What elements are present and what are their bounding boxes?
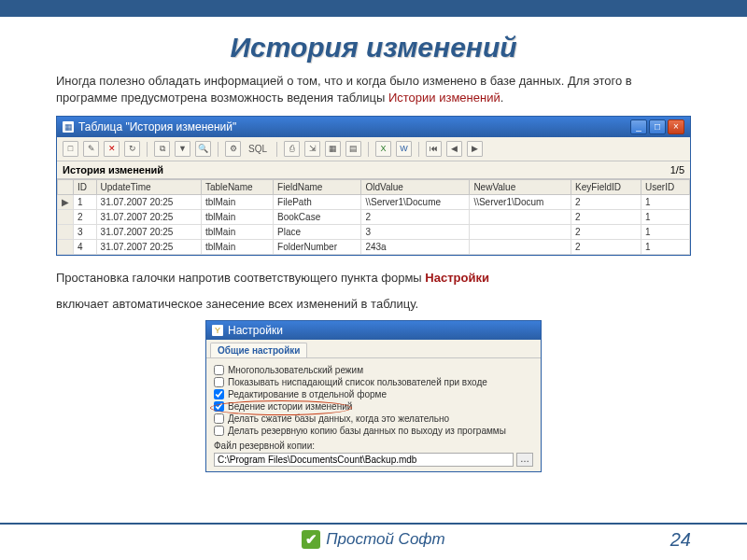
settings-titlebar[interactable]: Y Настройки <box>206 321 541 340</box>
close-button[interactable]: × <box>668 119 684 134</box>
col-header[interactable]: TableName <box>201 180 273 195</box>
first-icon[interactable]: ⏮ <box>426 141 442 157</box>
option-label: Показывать ниспадающий список пользовате… <box>228 377 487 387</box>
settings-title: Настройки <box>228 324 283 337</box>
option-checkbox[interactable] <box>214 426 224 436</box>
col-header[interactable]: UpdateTime <box>96 180 201 195</box>
intro-text-b: . <box>500 91 504 105</box>
para2-highlight: Настройки <box>425 271 489 285</box>
settings-option: Редактирование в отдельной форме <box>214 389 533 399</box>
option-label: Ведение истории изменений <box>228 401 352 412</box>
option-checkbox[interactable] <box>214 365 224 375</box>
section-header: История изменений 1/5 <box>57 161 690 179</box>
option-label: Делать резервную копию базы данных по вы… <box>228 426 506 436</box>
option-label: Делать сжатие базы данных, когда это жел… <box>228 413 449 424</box>
filter-icon[interactable]: ▼ <box>175 141 190 157</box>
settings-option: Делать резервную копию базы данных по вы… <box>214 426 533 436</box>
edit-icon[interactable]: ✎ <box>83 141 99 157</box>
excel-icon[interactable]: X <box>375 141 391 157</box>
paragraph-2: Простановка галочки напротив соответству… <box>56 269 691 287</box>
settings-option: Многопользовательский режим <box>214 365 533 375</box>
paragraph-3: включает автоматическое занесение всех и… <box>56 295 691 314</box>
prev-icon[interactable]: ◀ <box>446 141 462 157</box>
option-checkbox[interactable] <box>214 413 224 424</box>
table-row[interactable]: 331.07.2007 20:25tblMainPlace321 <box>58 225 690 240</box>
intro-text-a: Иногда полезно обладать информацией о то… <box>56 74 632 105</box>
sql-label[interactable]: SQL <box>246 144 270 154</box>
option-checkbox[interactable] <box>214 377 224 387</box>
browse-button[interactable]: … <box>516 453 533 467</box>
settings-window: Y Настройки Общие настройки Многопользов… <box>205 320 542 472</box>
para2-text: Простановка галочки напротив соответству… <box>56 271 425 285</box>
copy-icon[interactable]: ⧉ <box>154 141 170 157</box>
history-window: ▦ Таблица "История изменений" _ □ × □ ✎ … <box>56 116 691 256</box>
col-header[interactable]: UserID <box>641 180 690 195</box>
settings-option: Показывать ниспадающий список пользовате… <box>214 377 533 387</box>
refresh-icon[interactable]: ↻ <box>124 141 140 157</box>
gear-icon[interactable]: ⚙ <box>225 141 241 157</box>
option-checkbox[interactable] <box>214 401 224 412</box>
form-icon[interactable]: ▦ <box>325 141 341 157</box>
slide-content: История изменений Иногда полезно обладат… <box>0 17 747 472</box>
col-header[interactable]: OldValue <box>361 180 470 195</box>
check-icon: ✔ <box>302 530 320 549</box>
search-icon[interactable]: 🔍 <box>195 141 211 157</box>
col-header[interactable]: ID <box>74 180 97 195</box>
delete-icon[interactable]: ✕ <box>104 141 120 157</box>
col-header[interactable]: FieldName <box>274 180 361 195</box>
new-icon[interactable]: □ <box>63 141 78 157</box>
export-icon[interactable]: ⇲ <box>304 141 320 157</box>
word-icon[interactable]: W <box>396 141 412 157</box>
settings-tabbar: Общие настройки <box>206 340 541 358</box>
next-icon[interactable]: ▶ <box>467 141 483 157</box>
col-header[interactable]: KeyFieldID <box>571 180 641 195</box>
print-icon[interactable]: ⎙ <box>284 141 300 157</box>
brand-name: Простой Софт <box>326 530 444 549</box>
slide-footer: ✔ Простой Софт 24 <box>0 523 747 549</box>
intro-highlight: Истории изменений <box>388 91 500 105</box>
slide-top-bar <box>0 0 747 17</box>
option-label: Многопользовательский режим <box>228 365 363 375</box>
backup-file-label: Файл резервной копии: <box>214 441 533 451</box>
titlebar[interactable]: ▦ Таблица "История изменений" _ □ × <box>57 117 690 137</box>
table-row[interactable]: ▶131.07.2007 20:25tblMainFilePath\\Serve… <box>58 195 690 210</box>
history-table[interactable]: IDUpdateTimeTableNameFieldNameOldValueNe… <box>57 179 690 255</box>
page-number: 24 <box>670 529 691 551</box>
table-row[interactable]: 431.07.2007 20:25tblMainFolderNumber243а… <box>58 240 690 255</box>
chart-icon[interactable]: ▤ <box>345 141 361 157</box>
tab-general[interactable]: Общие настройки <box>210 343 307 357</box>
table-row[interactable]: 231.07.2007 20:25tblMainBookCase221 <box>58 210 690 225</box>
toolbar: □ ✎ ✕ ↻ ⧉ ▼ 🔍 ⚙ SQL ⎙ ⇲ ▦ ▤ X W ⏮ ◀ ▶ <box>57 137 690 161</box>
settings-option: Ведение истории изменений <box>214 401 533 412</box>
section-title: История изменений <box>63 164 163 175</box>
intro-paragraph: Иногда полезно обладать информацией о то… <box>56 73 691 106</box>
settings-option: Делать сжатие базы данных, когда это жел… <box>214 413 533 424</box>
option-label: Редактирование в отдельной форме <box>228 389 387 399</box>
window-title: Таблица "История изменений" <box>78 120 236 133</box>
option-checkbox[interactable] <box>214 389 224 399</box>
col-header[interactable]: NewValue <box>470 180 571 195</box>
backup-file-input[interactable] <box>214 453 514 467</box>
window-icon: ▦ <box>63 121 74 133</box>
brand-logo: ✔ Простой Софт <box>302 530 444 549</box>
maximize-button[interactable]: □ <box>649 119 666 134</box>
row-counter: 1/5 <box>670 164 684 175</box>
settings-icon: Y <box>212 325 223 336</box>
slide-title: История изменений <box>56 32 691 63</box>
minimize-button[interactable]: _ <box>630 119 647 134</box>
settings-options: Многопользовательский режимПоказывать ни… <box>206 358 541 471</box>
